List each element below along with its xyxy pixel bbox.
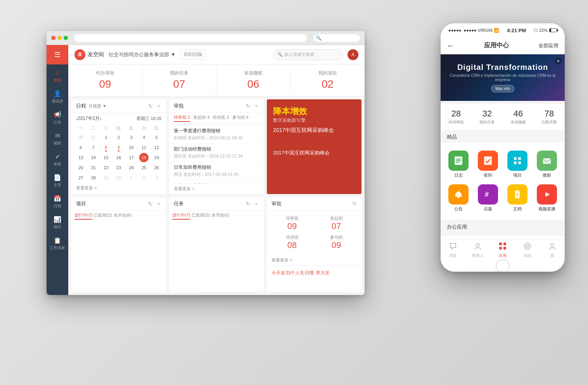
cal-day-today[interactable]: 18	[139, 153, 149, 162]
approval-tab-pending[interactable]: 待审批 2	[174, 114, 190, 122]
cal-day[interactable]: 17	[127, 153, 136, 162]
phone-app-topic[interactable]: # 话题	[473, 181, 503, 215]
calendar-see-more[interactable]: 查看更多 >	[71, 183, 166, 193]
cal-day[interactable]: 3	[127, 133, 136, 142]
cal-day[interactable]: 30	[114, 173, 123, 182]
cal-day[interactable]: 14	[89, 153, 98, 162]
cal-day[interactable]: 3	[152, 173, 161, 182]
cal-day[interactable]: 2	[139, 173, 149, 182]
stat-unread-mail[interactable]: 未读微邮 06	[216, 64, 291, 96]
cal-day[interactable]: 26	[152, 163, 161, 172]
phone-stat-0[interactable]: 28 待找审批	[441, 109, 472, 125]
approval-stats-see-more[interactable]: 查看更多 >	[267, 255, 361, 265]
task-tab-delayed[interactable]: 已延期(2)	[192, 212, 209, 220]
stat-pending-approval[interactable]: 代办审批 09	[68, 64, 142, 96]
cal-day[interactable]: 24	[127, 163, 136, 172]
birthday-link[interactable]: 李大至	[316, 270, 330, 276]
approval-refresh-icon[interactable]: ↻	[246, 103, 251, 109]
task-refresh-icon[interactable]: ↻	[246, 201, 251, 207]
stat-my-tasks[interactable]: 我的任务 07	[142, 64, 216, 96]
approval-tab-initiated[interactable]: 发起的 4	[193, 114, 209, 122]
dt-banner-close[interactable]: ✕	[555, 57, 562, 64]
sidebar-item-announcement[interactable]: 📢 公告	[47, 106, 68, 127]
cal-day[interactable]: 6	[76, 143, 85, 152]
cal-day[interactable]: 21	[89, 163, 98, 172]
maximize-button[interactable]	[64, 36, 68, 40]
cal-day[interactable]: 28	[89, 173, 98, 182]
approval-item[interactable]: 日常加班费用报销 周浩 发起时间：2017-01-08 21:34	[169, 162, 264, 180]
sidebar-item-library[interactable]: 📄 文库	[47, 169, 68, 190]
calendar-view-toggle[interactable]: 月视图 ▼	[88, 103, 107, 109]
project-tab-active[interactable]: 进行中(7)	[74, 212, 92, 220]
cal-day[interactable]: 31	[89, 133, 98, 142]
project-add-icon[interactable]: ＋	[156, 200, 161, 207]
phone-app-project[interactable]: 项目	[503, 147, 532, 181]
task-tab-unstarted[interactable]: 未开始(6)	[211, 212, 229, 220]
cal-day[interactable]: 15	[101, 153, 111, 162]
project-refresh-icon[interactable]: ↻	[148, 201, 153, 207]
cal-day[interactable]: 22	[101, 163, 111, 172]
department-selector[interactable]: 社交与协同办公服务事业部 ▼	[109, 51, 176, 58]
cal-day[interactable]: 29	[101, 173, 111, 182]
event-banner-widget[interactable]: 降本增效 数字采购新引擎 2017中国互联网采购峰会 2017中国互联网采购峰会	[267, 99, 361, 194]
phone-all-apps-btn[interactable]: 全部应用	[538, 42, 559, 49]
next-month-btn[interactable]: ›	[100, 116, 101, 121]
phone-nav-me[interactable]: 我	[540, 242, 565, 258]
cal-day[interactable]: 27	[76, 173, 85, 182]
phone-stat-3[interactable]: 78 出勤天数	[534, 109, 565, 125]
cal-day[interactable]: 1	[101, 133, 111, 142]
browser-search[interactable]: 🔍	[313, 34, 360, 42]
back-to-old-btn[interactable]: 回到旧版	[180, 50, 206, 59]
header-search[interactable]: 🔍 输入关键字搜索	[273, 49, 343, 60]
approval-item[interactable]: 部门活动经费报销 高红雨 发起时间：2016-12-21 21:34	[169, 144, 264, 162]
phone-stat-2[interactable]: 46 未读微邮	[503, 109, 534, 125]
cal-day[interactable]: 30	[76, 133, 85, 142]
stat-my-projects[interactable]: 我的项目 02	[291, 64, 365, 96]
approval-tab-read[interactable]: 待浏览 2	[213, 114, 229, 122]
cal-day[interactable]: 11	[139, 143, 149, 152]
task-tab-active[interactable]: 进行中(7)	[172, 212, 190, 220]
phone-app-checkin[interactable]: 签到	[473, 147, 503, 181]
sidebar-item-mail[interactable]: ✉ 微邮	[47, 127, 68, 148]
cal-day[interactable]: 1	[127, 173, 136, 182]
cal-day[interactable]: 20	[76, 163, 85, 172]
phone-nav-apps[interactable]: 应用	[490, 242, 515, 258]
cal-day[interactable]: 5	[152, 133, 161, 142]
sidebar-menu-button[interactable]: ☰	[47, 45, 68, 64]
close-button[interactable]	[51, 36, 55, 40]
phone-nav-feed[interactable]: 动态	[515, 242, 540, 258]
cal-day[interactable]: 9	[114, 143, 123, 152]
calendar-refresh-icon[interactable]: ↻	[148, 103, 153, 109]
phone-app-docs[interactable]: 文档	[503, 181, 532, 215]
phone-home-button[interactable]	[496, 259, 510, 272]
cal-day[interactable]: 4	[139, 133, 149, 142]
cal-day[interactable]: 19	[152, 153, 161, 162]
cal-day[interactable]: 8	[101, 143, 111, 152]
cal-day[interactable]: 7	[89, 143, 98, 152]
approval-see-more[interactable]: 查看更多 >	[169, 184, 264, 194]
sidebar-item-project[interactable]: 📊 项目	[47, 211, 68, 232]
approval-item[interactable]: 部门加班费用报销 赵程 发起时间：2017-01-21 21:34	[169, 180, 264, 184]
project-tab-unstarted[interactable]: 未开始(6)	[114, 212, 131, 220]
task-add-icon[interactable]: ＋	[254, 200, 259, 207]
sidebar-item-schedule[interactable]: 📅 日程	[47, 190, 68, 211]
phone-nav-messages[interactable]: 消息	[441, 242, 465, 258]
phone-app-mail[interactable]: 微邮	[532, 147, 562, 181]
approval-tab-participated[interactable]: 参与的 4	[232, 114, 249, 122]
cal-day[interactable]: 13	[76, 153, 85, 162]
dt-banner-btn[interactable]: Más info	[491, 85, 514, 92]
sidebar-item-approval[interactable]: ✔ 审批	[47, 148, 68, 169]
approval-add-icon[interactable]: ＋	[254, 102, 259, 109]
user-avatar[interactable]: A	[348, 49, 358, 60]
approval-item[interactable]: 第一季度通行费用报销 刘海明 发起时间：2016-08-21 09:30	[169, 125, 264, 144]
calendar-add-icon[interactable]: ＋	[156, 102, 161, 109]
phone-app-livestream[interactable]: 视频直播	[532, 181, 562, 215]
phone-app-journal[interactable]: 日志	[444, 147, 473, 181]
phone-nav-contacts[interactable]: 联系人	[465, 242, 490, 258]
sidebar-item-worklist[interactable]: 📋 工作清单	[47, 232, 68, 253]
cal-day[interactable]: 16	[114, 153, 123, 162]
cal-day[interactable]: 12	[152, 143, 161, 152]
approval-stats-refresh-icon[interactable]: ↻	[352, 201, 357, 207]
cal-day[interactable]: 10	[127, 143, 136, 152]
phone-stat-1[interactable]: 32 我的任务	[472, 109, 503, 125]
